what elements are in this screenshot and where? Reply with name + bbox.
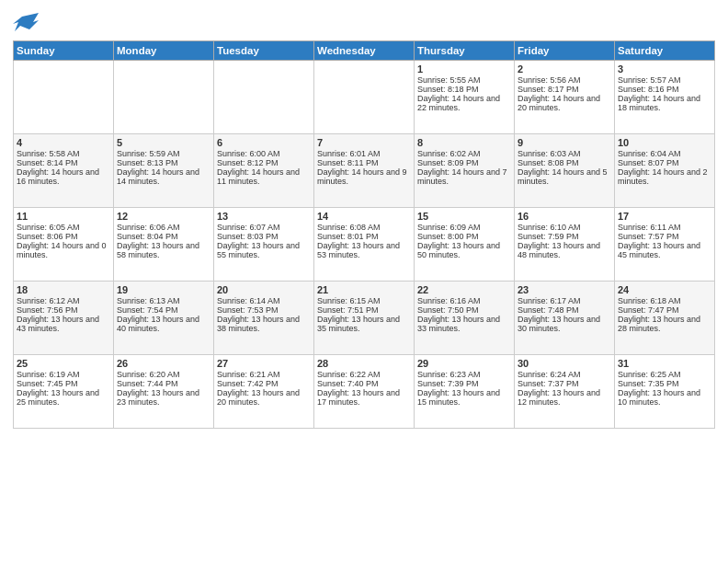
day-info: Daylight: 13 hours and 17 minutes. [317, 388, 411, 407]
day-number: 19 [117, 284, 210, 295]
day-info: Daylight: 13 hours and 30 minutes. [518, 315, 611, 333]
calendar-cell: 6Sunrise: 6:00 AMSunset: 8:12 PMDaylight… [214, 134, 314, 208]
day-info: Daylight: 14 hours and 18 minutes. [618, 94, 711, 112]
day-info: Sunrise: 6:14 AM [217, 296, 311, 305]
day-info: Daylight: 13 hours and 28 minutes. [618, 315, 711, 333]
page: SundayMondayTuesdayWednesdayThursdayFrid… [0, 0, 728, 563]
day-number: 26 [117, 358, 210, 369]
day-info: Sunrise: 6:15 AM [317, 296, 411, 305]
calendar-cell: 19Sunrise: 6:13 AMSunset: 7:54 PMDayligh… [114, 282, 214, 355]
calendar-cell [14, 61, 114, 134]
day-number: 27 [217, 358, 311, 369]
day-number: 21 [317, 284, 411, 295]
calendar-cell: 12Sunrise: 6:06 AMSunset: 8:04 PMDayligh… [114, 208, 214, 282]
day-number: 8 [417, 137, 511, 148]
calendar-cell: 23Sunrise: 6:17 AMSunset: 7:48 PMDayligh… [515, 282, 615, 355]
day-number: 3 [618, 63, 711, 75]
calendar-cell: 25Sunrise: 6:19 AMSunset: 7:45 PMDayligh… [14, 355, 114, 429]
day-info: Daylight: 13 hours and 58 minutes. [117, 241, 210, 259]
calendar-cell: 29Sunrise: 6:23 AMSunset: 7:39 PMDayligh… [415, 355, 515, 429]
day-info: Sunset: 8:09 PM [417, 158, 511, 167]
day-info: Sunset: 7:37 PM [518, 379, 611, 388]
calendar-cell: 30Sunrise: 6:24 AMSunset: 7:37 PMDayligh… [515, 355, 615, 429]
logo [13, 9, 44, 35]
day-info: Sunset: 7:39 PM [417, 379, 511, 388]
day-number: 10 [618, 137, 711, 148]
weekday-header-monday: Monday [114, 41, 214, 61]
day-info: Daylight: 13 hours and 12 minutes. [518, 388, 611, 407]
calendar-cell: 20Sunrise: 6:14 AMSunset: 7:53 PMDayligh… [214, 282, 314, 355]
day-info: Sunset: 8:18 PM [417, 85, 511, 94]
day-info: Sunrise: 5:55 AM [417, 75, 511, 85]
day-number: 15 [417, 211, 511, 222]
day-number: 29 [417, 358, 511, 369]
calendar-cell: 14Sunrise: 6:08 AMSunset: 8:01 PMDayligh… [314, 208, 415, 282]
calendar-cell: 31Sunrise: 6:25 AMSunset: 7:35 PMDayligh… [615, 355, 715, 429]
day-info: Sunset: 7:51 PM [317, 305, 411, 315]
day-info: Sunrise: 6:10 AM [518, 223, 611, 232]
day-info: Sunset: 7:40 PM [317, 379, 411, 388]
day-number: 20 [217, 284, 311, 295]
day-info: Sunrise: 5:56 AM [518, 75, 611, 85]
day-info: Daylight: 13 hours and 38 minutes. [217, 315, 311, 333]
day-info: Sunset: 7:35 PM [618, 379, 711, 388]
calendar-cell [114, 61, 214, 134]
day-info: Sunset: 8:12 PM [217, 158, 311, 167]
day-info: Sunset: 7:48 PM [518, 305, 611, 315]
weekday-header-friday: Friday [515, 41, 615, 61]
day-info: Daylight: 13 hours and 55 minutes. [217, 241, 311, 259]
day-info: Sunrise: 6:24 AM [518, 370, 611, 379]
day-info: Daylight: 13 hours and 23 minutes. [117, 388, 210, 407]
day-info: Daylight: 14 hours and 5 minutes. [518, 167, 611, 186]
calendar-week-1: 1Sunrise: 5:55 AMSunset: 8:18 PMDaylight… [14, 61, 715, 134]
day-number: 31 [618, 358, 711, 369]
calendar-cell: 22Sunrise: 6:16 AMSunset: 7:50 PMDayligh… [415, 282, 515, 355]
calendar-cell: 21Sunrise: 6:15 AMSunset: 7:51 PMDayligh… [314, 282, 415, 355]
day-info: Sunset: 7:50 PM [417, 305, 511, 315]
day-info: Daylight: 13 hours and 45 minutes. [618, 241, 711, 259]
day-number: 16 [518, 211, 611, 222]
logo-bird-icon [13, 9, 40, 35]
day-info: Sunset: 8:07 PM [618, 158, 711, 167]
weekday-header-saturday: Saturday [615, 41, 715, 61]
day-info: Sunrise: 6:19 AM [17, 370, 110, 379]
day-number: 5 [117, 137, 210, 148]
day-number: 11 [17, 211, 110, 222]
calendar-cell: 3Sunrise: 5:57 AMSunset: 8:16 PMDaylight… [615, 61, 715, 134]
calendar-cell: 5Sunrise: 5:59 AMSunset: 8:13 PMDaylight… [114, 134, 214, 208]
day-number: 6 [217, 137, 311, 148]
day-info: Sunrise: 6:04 AM [618, 149, 711, 158]
day-info: Sunrise: 5:59 AM [117, 149, 210, 158]
day-number: 2 [518, 63, 611, 75]
calendar-cell: 9Sunrise: 6:03 AMSunset: 8:08 PMDaylight… [515, 134, 615, 208]
calendar-cell: 10Sunrise: 6:04 AMSunset: 8:07 PMDayligh… [615, 134, 715, 208]
day-info: Sunrise: 6:22 AM [317, 370, 411, 379]
day-info: Sunset: 8:16 PM [618, 85, 711, 94]
calendar-table: SundayMondayTuesdayWednesdayThursdayFrid… [13, 40, 715, 429]
day-number: 22 [417, 284, 511, 295]
day-info: Daylight: 13 hours and 48 minutes. [518, 241, 611, 259]
day-info: Daylight: 14 hours and 16 minutes. [17, 167, 110, 186]
calendar-cell: 8Sunrise: 6:02 AMSunset: 8:09 PMDaylight… [415, 134, 515, 208]
calendar-cell: 16Sunrise: 6:10 AMSunset: 7:59 PMDayligh… [515, 208, 615, 282]
weekday-header-sunday: Sunday [14, 41, 114, 61]
day-info: Daylight: 13 hours and 35 minutes. [317, 315, 411, 333]
day-info: Sunset: 8:17 PM [518, 85, 611, 94]
day-info: Daylight: 13 hours and 25 minutes. [17, 388, 110, 407]
day-info: Daylight: 13 hours and 43 minutes. [17, 315, 110, 333]
day-info: Sunset: 7:45 PM [17, 379, 110, 388]
day-info: Daylight: 13 hours and 50 minutes. [417, 241, 511, 259]
calendar-week-3: 11Sunrise: 6:05 AMSunset: 8:06 PMDayligh… [14, 208, 715, 282]
day-info: Sunset: 7:59 PM [518, 232, 611, 241]
day-info: Sunrise: 6:13 AM [117, 296, 210, 305]
day-number: 7 [317, 137, 411, 148]
day-number: 13 [217, 211, 311, 222]
calendar-header-row: SundayMondayTuesdayWednesdayThursdayFrid… [14, 41, 715, 61]
day-info: Daylight: 14 hours and 14 minutes. [117, 167, 210, 186]
day-info: Daylight: 13 hours and 40 minutes. [117, 315, 210, 333]
day-number: 12 [117, 211, 210, 222]
day-number: 23 [518, 284, 611, 295]
day-info: Sunset: 7:54 PM [117, 305, 210, 315]
day-info: Sunrise: 6:01 AM [317, 149, 411, 158]
day-info: Sunrise: 5:57 AM [618, 75, 711, 85]
